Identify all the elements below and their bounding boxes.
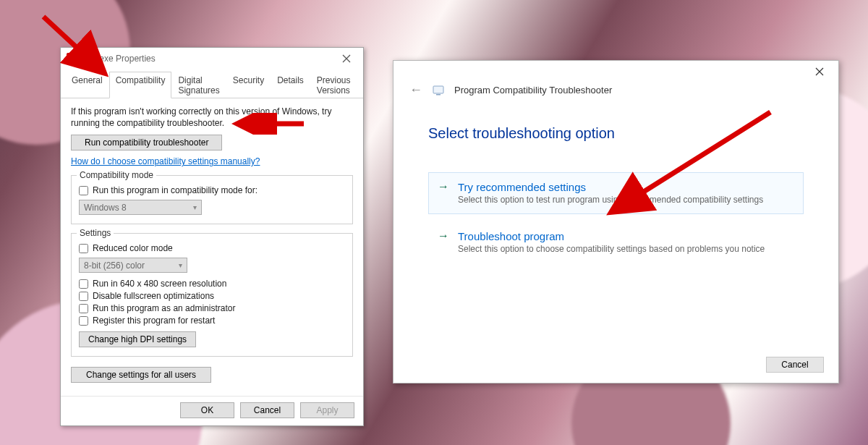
option-troubleshoot-program[interactable]: → Troubleshoot program Select this optio… bbox=[428, 221, 804, 263]
compat-mode-label: Run this program in compatibility mode f… bbox=[93, 185, 258, 195]
back-icon: ← bbox=[409, 82, 422, 98]
manual-settings-link[interactable]: How do I choose compatibility settings m… bbox=[71, 156, 260, 166]
chevron-down-icon: ▾ bbox=[179, 261, 182, 269]
option-subtitle: Select this option to choose compatibili… bbox=[458, 244, 794, 254]
svg-rect-0 bbox=[67, 53, 78, 64]
compat-description: If this program isn't working correctly … bbox=[71, 106, 353, 129]
option-try-recommended[interactable]: → Try recommended settings Select this o… bbox=[428, 172, 804, 214]
arrow-right-icon: → bbox=[438, 229, 451, 242]
acrobat-icon bbox=[67, 53, 78, 64]
wizard-body: Select troubleshooting option → Try reco… bbox=[393, 103, 838, 348]
disable-fullscreen-label: Disable fullscreen optimizations bbox=[93, 291, 214, 301]
compat-mode-group: Compatibility mode Run this program in c… bbox=[71, 175, 353, 224]
cancel-button[interactable]: Cancel bbox=[240, 402, 294, 418]
compatibility-pane: If this program isn't working correctly … bbox=[61, 98, 363, 396]
wizard-close-button[interactable] bbox=[805, 64, 834, 80]
run-admin-label: Run this program as an administrator bbox=[93, 303, 235, 313]
run-admin-checkbox[interactable] bbox=[79, 304, 88, 313]
run-640-label: Run in 640 x 480 screen resolution bbox=[93, 279, 226, 289]
color-depth-value: 8-bit (256) color bbox=[84, 260, 145, 271]
tab-security[interactable]: Security bbox=[226, 72, 271, 98]
troubleshooter-window: ← Program Compatibility Troubleshooter S… bbox=[393, 60, 839, 383]
color-depth-select[interactable]: 8-bit (256) color ▾ bbox=[79, 258, 187, 273]
compat-mode-title: Compatibility mode bbox=[77, 170, 156, 180]
run-640-checkbox[interactable] bbox=[79, 279, 88, 289]
wizard-buttons: Cancel bbox=[393, 348, 838, 383]
close-icon bbox=[815, 67, 824, 76]
register-restart-label: Register this program for restart bbox=[93, 315, 215, 326]
compat-os-value: Windows 8 bbox=[84, 203, 127, 213]
compat-os-select[interactable]: Windows 8 ▾ bbox=[79, 200, 202, 215]
tab-details[interactable]: Details bbox=[271, 72, 310, 98]
option-title: Try recommended settings bbox=[458, 181, 586, 193]
window-title: d32.exe Properties bbox=[82, 54, 336, 64]
wizard-titlebar bbox=[393, 61, 838, 82]
wizard-header-title: Program Compatibility Troubleshooter bbox=[454, 85, 612, 96]
tab-general[interactable]: General bbox=[65, 72, 109, 98]
dialog-buttons: OK Cancel Apply bbox=[61, 396, 363, 425]
reduced-color-label: Reduced color mode bbox=[93, 243, 173, 253]
wizard-header: ← Program Compatibility Troubleshooter bbox=[393, 82, 838, 103]
svg-rect-2 bbox=[436, 94, 441, 96]
arrow-right-icon: → bbox=[438, 180, 451, 193]
properties-window: d32.exe Properties General Compatibility… bbox=[60, 47, 364, 426]
settings-group: Settings Reduced color mode 8-bit (256) … bbox=[71, 233, 353, 357]
change-dpi-button[interactable]: Change high DPI settings bbox=[79, 331, 196, 347]
tabbar: General Compatibility Digital Signatures… bbox=[61, 71, 363, 98]
disable-fullscreen-checkbox[interactable] bbox=[79, 292, 88, 301]
troubleshooter-icon bbox=[433, 85, 444, 96]
run-troubleshooter-button[interactable]: Run compatibility troubleshooter bbox=[71, 135, 222, 151]
wizard-heading: Select troubleshooting option bbox=[428, 125, 804, 142]
close-icon bbox=[342, 54, 351, 63]
chevron-down-icon: ▾ bbox=[193, 203, 197, 211]
apply-button[interactable]: Apply bbox=[300, 402, 354, 418]
register-restart-checkbox[interactable] bbox=[79, 316, 88, 326]
reduced-color-checkbox[interactable] bbox=[79, 244, 88, 253]
tab-digital-signatures[interactable]: Digital Signatures bbox=[171, 72, 226, 98]
titlebar: d32.exe Properties bbox=[61, 48, 363, 69]
change-all-users-button[interactable]: Change settings for all users bbox=[71, 367, 211, 383]
compat-mode-checkbox[interactable] bbox=[79, 186, 88, 195]
svg-rect-1 bbox=[433, 86, 443, 93]
option-subtitle: Select this option to test run program u… bbox=[458, 195, 794, 205]
close-button[interactable] bbox=[336, 50, 357, 67]
option-title: Troubleshoot program bbox=[458, 230, 564, 242]
ok-button[interactable]: OK bbox=[180, 402, 234, 418]
wizard-cancel-button[interactable]: Cancel bbox=[766, 357, 824, 373]
settings-title: Settings bbox=[77, 228, 114, 238]
tab-previous-versions[interactable]: Previous Versions bbox=[310, 72, 359, 98]
tab-compatibility[interactable]: Compatibility bbox=[109, 72, 172, 98]
